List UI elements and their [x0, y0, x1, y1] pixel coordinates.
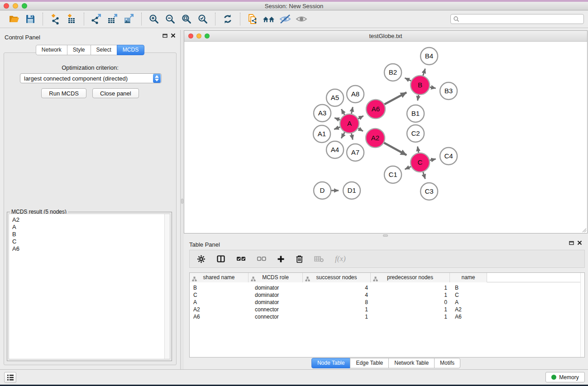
edge-A2-C[interactable]: [384, 143, 406, 155]
tab-network[interactable]: Network: [36, 45, 67, 55]
cell-predecessor-nodes[interactable]: 1: [371, 306, 450, 313]
import-network-button[interactable]: [47, 12, 63, 26]
node-A6[interactable]: A6: [366, 100, 385, 119]
close-panel-icon[interactable]: [577, 240, 582, 245]
tab-select[interactable]: Select: [91, 45, 117, 55]
cell-shared-name[interactable]: A: [190, 299, 249, 306]
cell-shared-name[interactable]: A2: [190, 306, 249, 313]
column-header-shared-name[interactable]: shared name: [190, 273, 249, 282]
node-A3[interactable]: A3: [314, 105, 331, 122]
show-all-button[interactable]: [293, 12, 310, 26]
criterion-dropdown[interactable]: largest connected component (directed): [20, 73, 162, 83]
table-row[interactable]: A6connector11A6: [190, 313, 584, 320]
node-C1[interactable]: C1: [384, 166, 402, 183]
horizontal-split-divider[interactable]: [184, 234, 588, 237]
tab-node-table[interactable]: Node Table: [311, 358, 351, 368]
zoom-fit-button[interactable]: [178, 12, 195, 26]
cell-shared-name[interactable]: B: [190, 284, 249, 291]
close-panel-icon[interactable]: [171, 33, 176, 38]
edge-A-A7[interactable]: [351, 133, 353, 140]
node-C3[interactable]: C3: [421, 183, 438, 200]
column-header-successor-nodes[interactable]: successor nodes: [303, 273, 371, 282]
add-row-button[interactable]: [277, 253, 285, 265]
zoom-selected-button[interactable]: [195, 12, 211, 26]
run-mcds-button[interactable]: Run MCDS: [41, 88, 86, 98]
cell-predecessor-nodes[interactable]: 1: [371, 313, 450, 320]
node-A4[interactable]: A4: [326, 141, 344, 158]
select-all-button[interactable]: [236, 253, 246, 265]
edge-C-C3[interactable]: [423, 172, 425, 179]
edge-C-C4[interactable]: [430, 159, 435, 160]
cell-MCDS-role[interactable]: dominator: [249, 299, 303, 306]
node-A5[interactable]: A5: [326, 89, 344, 106]
edge-A-A2[interactable]: [358, 129, 363, 131]
delete-row-button[interactable]: [296, 253, 303, 265]
cell-shared-name[interactable]: C: [190, 291, 249, 299]
edge-B-B1[interactable]: [418, 95, 419, 101]
cell-name[interactable]: A: [450, 299, 487, 306]
export-table-button[interactable]: [105, 12, 121, 26]
node-A2[interactable]: A2: [366, 129, 385, 148]
cell-successor-nodes[interactable]: 4: [303, 284, 371, 291]
cell-predecessor-nodes[interactable]: 0: [371, 299, 450, 306]
edge-A-A1[interactable]: [334, 127, 340, 129]
import-table-button[interactable]: [63, 12, 80, 26]
save-session-button[interactable]: [22, 12, 38, 26]
tab-motifs[interactable]: Motifs: [434, 358, 460, 368]
open-file-button[interactable]: [6, 12, 22, 26]
cell-successor-nodes[interactable]: 1: [303, 313, 371, 320]
cell-name[interactable]: A2: [450, 306, 487, 313]
column-header-predecessor-nodes[interactable]: predecessor nodes: [371, 273, 450, 282]
node-D[interactable]: D: [314, 182, 331, 199]
cell-successor-nodes[interactable]: 8: [303, 299, 371, 306]
edge-B-B3[interactable]: [430, 87, 436, 88]
cell-name[interactable]: B: [450, 284, 487, 291]
edge-A-A5[interactable]: [341, 109, 344, 115]
column-header-name[interactable]: name: [450, 273, 487, 282]
network-canvas[interactable]: B4B2BB3B1A5A8A3A6AA1C2A4A7A2CC4C1C3DD1: [184, 42, 587, 233]
export-image-button[interactable]: [121, 12, 137, 26]
cell-MCDS-role[interactable]: dominator: [249, 284, 303, 291]
table-row[interactable]: Cdominator41C: [190, 291, 584, 299]
edge-A6-B[interactable]: [384, 92, 406, 104]
edge-A-A4[interactable]: [341, 132, 344, 138]
close-panel-button[interactable]: Close panel: [92, 88, 139, 98]
cell-MCDS-role[interactable]: connector: [249, 313, 303, 320]
node-B1[interactable]: B1: [407, 105, 424, 122]
hide-selected-button[interactable]: [277, 12, 293, 26]
node-B[interactable]: B: [411, 76, 430, 95]
edge-B-B2[interactable]: [405, 78, 411, 81]
resize-grip-icon[interactable]: [581, 227, 587, 233]
task-history-button[interactable]: [4, 372, 16, 383]
cell-successor-nodes[interactable]: 1: [303, 306, 371, 313]
node-C[interactable]: C: [411, 153, 430, 172]
cell-shared-name[interactable]: A6: [190, 313, 249, 320]
tab-network-table[interactable]: Network Table: [388, 358, 435, 368]
cell-successor-nodes[interactable]: 4: [303, 291, 371, 299]
node-A[interactable]: A: [340, 114, 359, 133]
search-field[interactable]: [450, 14, 584, 24]
cell-name[interactable]: C: [450, 291, 487, 299]
cell-predecessor-nodes[interactable]: 1: [371, 284, 450, 291]
new-network-from-selection-button[interactable]: [244, 12, 261, 26]
result-list-item[interactable]: A: [12, 224, 170, 231]
tab-style[interactable]: Style: [67, 45, 91, 55]
divider-grabber[interactable]: [181, 199, 183, 204]
edge-A-A8[interactable]: [351, 107, 353, 114]
node-B3[interactable]: B3: [440, 82, 457, 100]
tab-edge-table[interactable]: Edge Table: [350, 358, 389, 368]
result-list-scrollbar[interactable]: [164, 214, 170, 359]
float-panel-icon[interactable]: [163, 33, 167, 38]
node-D1[interactable]: D1: [343, 182, 360, 199]
memory-button[interactable]: Memory: [545, 372, 585, 382]
node-C2[interactable]: C2: [407, 125, 424, 142]
cell-MCDS-role[interactable]: dominator: [249, 291, 303, 299]
node-A7[interactable]: A7: [347, 144, 364, 161]
cell-MCDS-role[interactable]: connector: [249, 306, 303, 313]
table-scrollbar[interactable]: [580, 273, 584, 357]
node-B2[interactable]: B2: [384, 64, 402, 81]
search-input[interactable]: [459, 15, 583, 23]
cell-name[interactable]: A6: [450, 313, 487, 320]
cell-predecessor-nodes[interactable]: 1: [371, 291, 450, 299]
deselect-all-button[interactable]: [257, 253, 266, 265]
